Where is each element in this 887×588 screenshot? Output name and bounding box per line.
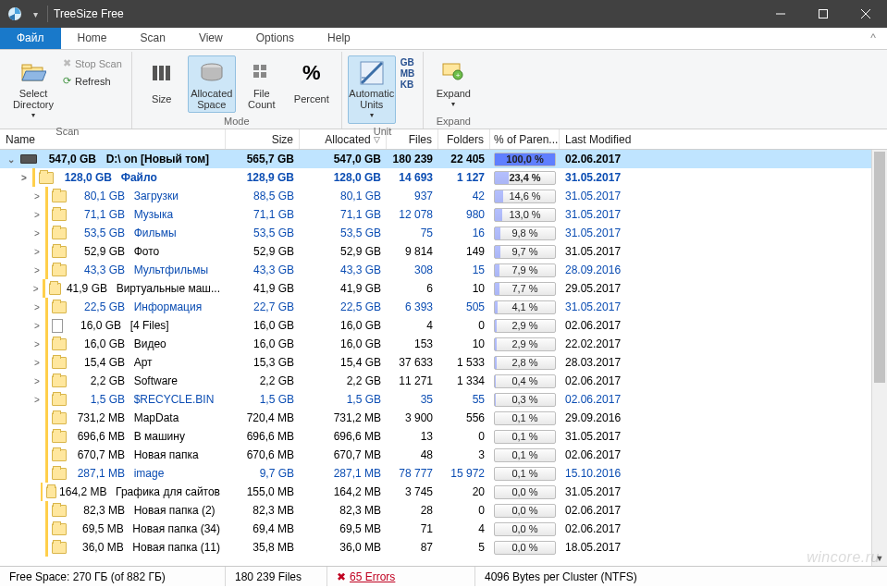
expander-icon[interactable] [31,450,43,460]
expander-icon[interactable]: ⌄ [6,154,17,165]
tab-view[interactable]: View [182,28,240,49]
tree-row[interactable]: 670,7 MB Новая папка 670,6 MB 670,7 MB 4… [0,446,871,464]
minimize-button[interactable] [759,0,802,28]
expander-icon[interactable]: > [31,191,43,202]
svg-text:+: + [456,71,461,80]
expander-icon[interactable]: > [31,210,43,220]
folder-icon [52,209,67,221]
unit-gb[interactable]: GB [398,57,418,67]
tab-help[interactable]: Help [311,28,367,49]
mode-percent-button[interactable]: % Percent [288,55,336,113]
stop-scan-button[interactable]: ✖Stop Scan [59,55,126,71]
expander-icon[interactable] [31,506,43,516]
collapse-ribbon-icon[interactable]: ^ [859,28,887,49]
status-errors[interactable]: ✖65 Errors [327,567,475,586]
unit-kb[interactable]: KB [398,80,418,90]
expander-icon[interactable] [31,432,43,442]
col-name[interactable]: Name [0,129,226,149]
group-label-mode: Mode [138,114,336,129]
tree-row[interactable]: > 52,9 GB Фото 52,9 GB 52,9 GB 9 814 149… [0,242,871,261]
tab-home[interactable]: Home [61,28,124,49]
filecount-icon [240,58,283,88]
mode-size-button[interactable]: Size [138,55,186,113]
unit-mb[interactable]: MB [398,68,418,79]
scroll-thumb[interactable] [874,152,885,383]
expander-icon[interactable]: > [31,358,43,368]
tab-scan[interactable]: Scan [124,28,182,49]
refresh-button[interactable]: ⟳Refresh [59,73,126,89]
size-bar-icon [45,464,48,483]
expander-icon[interactable]: > [31,339,43,349]
tree-row[interactable]: > 41,9 GB Виртуальные маш... 41,9 GB 41,… [0,279,871,298]
expander-icon[interactable]: > [18,173,30,183]
expander-icon[interactable]: > [31,228,43,239]
tree-row[interactable]: > 16,0 GB Видео 16,0 GB 16,0 GB 153 10 2… [0,335,871,353]
expander-icon[interactable] [31,469,43,479]
size-bar-icon [45,538,48,557]
expander-icon[interactable]: > [31,247,43,257]
tree-row[interactable]: > 2,2 GB Software 2,2 GB 2,2 GB 11 271 1… [0,372,871,390]
mode-allocated-button[interactable]: Allocated Space [188,55,236,113]
tree-row[interactable]: > 1,5 GB $RECYCLE.BIN 1,5 GB 1,5 GB 35 5… [0,390,871,409]
select-directory-button[interactable]: Select Directory▾ [9,55,57,124]
vertical-scrollbar[interactable]: ▲ ▼ [871,150,887,566]
tree-row[interactable]: 36,0 MB Новая папка (11) 35,8 MB 36,0 MB… [0,538,871,557]
expand-button[interactable]: + Expand▾ [429,55,477,113]
expander-icon[interactable]: > [31,376,43,386]
svg-rect-6 [22,65,31,68]
size-bar-icon [45,409,48,427]
tree-row[interactable]: > 16,0 GB [4 Files] 16,0 GB 16,0 GB 4 0 … [0,316,871,335]
col-files[interactable]: Files [387,129,438,149]
tree-row[interactable]: 164,2 MB Графика для сайтов 155,0 MB 164… [0,483,871,501]
expander-icon[interactable]: > [31,302,43,312]
expander-icon[interactable] [31,524,43,534]
svg-rect-12 [261,65,266,70]
tab-options[interactable]: Options [240,28,311,49]
size-bar-icon [45,335,48,353]
svg-rect-13 [253,72,259,78]
expander-icon[interactable] [31,413,43,423]
ruler-icon [351,58,393,88]
col-pct[interactable]: % of Paren... [490,129,560,149]
close-button[interactable] [844,0,887,28]
tree-row[interactable]: 69,5 MB Новая папка (34) 69,4 MB 69,5 MB… [0,520,871,538]
automatic-units-button[interactable]: Automatic Units▾ [348,55,396,124]
tree-row[interactable]: 731,2 MB MapData 720,4 MB 731,2 MB 3 900… [0,409,871,427]
tree-row[interactable]: > 15,4 GB Арт 15,3 GB 15,4 GB 37 633 1 5… [0,353,871,372]
size-bar-icon [45,446,48,464]
col-modified[interactable]: Last Modified [560,129,661,149]
ribbon: Select Directory▾ ✖Stop Scan ⟳Refresh Sc… [0,50,887,129]
tree-row[interactable]: > 80,1 GB Загрузки 88,5 GB 80,1 GB 937 4… [0,187,871,205]
expander-icon[interactable]: > [31,265,43,276]
svg-rect-9 [166,66,170,80]
tree-row[interactable]: > 22,5 GB Информация 22,7 GB 22,5 GB 6 3… [0,298,871,316]
expander-icon[interactable] [31,487,38,497]
tree-row[interactable]: 82,3 MB Новая папка (2) 82,3 MB 82,3 MB … [0,501,871,520]
file-tab[interactable]: Файл [0,28,61,49]
tree-row[interactable]: > 53,5 GB Фильмы 53,5 GB 53,5 GB 75 16 9… [0,224,871,242]
tree-row-root[interactable]: ⌄ 547,0 GB D:\ on [Новый том] 565,7 GB 5… [0,150,871,168]
folder-icon [39,172,54,184]
size-bar-icon [45,353,48,372]
size-bar-icon [45,316,48,335]
file-icon [52,319,63,333]
expander-icon[interactable]: > [31,321,43,331]
col-allocated[interactable]: Allocated ▽ [300,129,387,149]
expander-icon[interactable]: > [31,395,43,405]
tree-row[interactable]: > 43,3 GB Мультфильмы 43,3 GB 43,3 GB 30… [0,261,871,279]
size-bar-icon [45,261,48,279]
col-size[interactable]: Size [226,129,300,149]
maximize-button[interactable] [802,0,844,28]
tree-row[interactable]: > 71,1 GB Музыка 71,1 GB 71,1 GB 12 078 … [0,205,871,224]
col-folders[interactable]: Folders [438,129,490,149]
expander-icon[interactable]: > [31,284,40,294]
qat-dropdown[interactable]: ▾ [30,9,42,19]
tree-row[interactable]: 287,1 MB image 9,7 GB 287,1 MB 78 777 15… [0,464,871,483]
folder-icon [52,227,67,239]
expander-icon[interactable] [31,543,43,553]
tree-row[interactable]: 696,6 MB В машину 696,6 MB 696,6 MB 13 0… [0,427,871,446]
mode-filecount-button[interactable]: File Count [238,55,286,113]
folder-icon [52,412,67,424]
tree-view[interactable]: ⌄ 547,0 GB D:\ on [Новый том] 565,7 GB 5… [0,150,871,566]
tree-row[interactable]: > 128,0 GB Файло 128,9 GB 128,0 GB 14 69… [0,168,871,187]
